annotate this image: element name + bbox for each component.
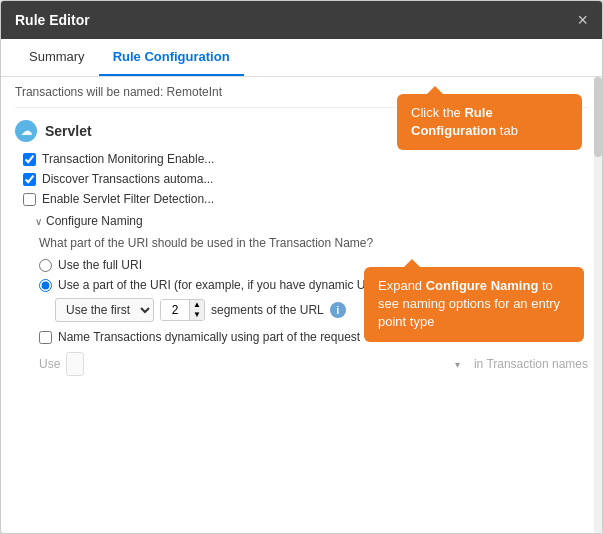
segments-label: segments of the URL [211,303,324,317]
checkbox-discover-tx: Discover Transactions automa... [15,172,588,186]
checkbox-servlet-filter: Enable Servlet Filter Detection... [15,192,588,206]
in-transaction-names-label: in Transaction names [474,357,588,371]
tx-monitoring-label: Transaction Monitoring Enable... [42,152,214,166]
discover-tx-checkbox[interactable] [23,173,36,186]
close-button[interactable]: × [577,11,588,29]
tooltip-tab-bubble: Click the Rule Configuration tab [397,94,582,150]
dynamic-naming-label: Name Transactions dynamically using part… [58,330,360,344]
part-uri-label: Use a part of the URI (for example, if y… [58,278,387,292]
segment-spinner: ▲ ▼ [160,299,205,321]
use-select-wrapper [66,352,468,376]
naming-question: What part of the URI should be used in t… [35,236,588,250]
spinner-buttons: ▲ ▼ [189,300,204,320]
configure-naming-label: Configure Naming [46,214,143,228]
scrollbar-track [594,77,602,533]
tabs-bar: Summary Rule Configuration Click the Rul… [1,39,602,77]
checkbox-tx-monitoring: Transaction Monitoring Enable... [15,152,588,166]
use-label: Use [39,357,60,371]
configure-naming-header[interactable]: ∨ Configure Naming [35,214,588,228]
full-uri-radio[interactable] [39,259,52,272]
segment-value-input[interactable] [161,300,189,320]
chevron-down-icon: ∨ [35,216,42,227]
part-uri-radio[interactable] [39,279,52,292]
scrollbar-thumb[interactable] [594,77,602,157]
use-select[interactable] [66,352,84,376]
modal-title: Rule Editor [15,12,90,28]
section-title: Servlet [45,123,92,139]
tx-monitoring-checkbox[interactable] [23,153,36,166]
tab-rule-configuration[interactable]: Rule Configuration [99,39,244,76]
spinner-up-button[interactable]: ▲ [190,300,204,310]
tab-summary[interactable]: Summary [15,39,99,76]
spinner-down-button[interactable]: ▼ [190,310,204,320]
servlet-filter-checkbox[interactable] [23,193,36,206]
modal-header: Rule Editor × [1,1,602,39]
use-first-select[interactable]: Use the first [55,298,154,322]
tooltip-naming-text1: Expand [378,278,426,293]
tooltip-naming-bold: Configure Naming [426,278,539,293]
tooltip-tab-text1: Click the [411,105,464,120]
full-uri-label: Use the full URI [58,258,142,272]
discover-tx-label: Discover Transactions automa... [42,172,213,186]
dynamic-naming-checkbox[interactable] [39,331,52,344]
servlet-icon: ☁ [15,120,37,142]
use-row: Use in Transaction names [35,352,588,376]
tooltip-naming-bubble: Expand Configure Naming to see naming op… [364,267,584,342]
servlet-filter-label: Enable Servlet Filter Detection... [42,192,214,206]
info-icon[interactable]: i [330,302,346,318]
rule-editor-modal: Rule Editor × Summary Rule Configuration… [0,0,603,534]
tooltip-tab-text2: tab [496,123,518,138]
